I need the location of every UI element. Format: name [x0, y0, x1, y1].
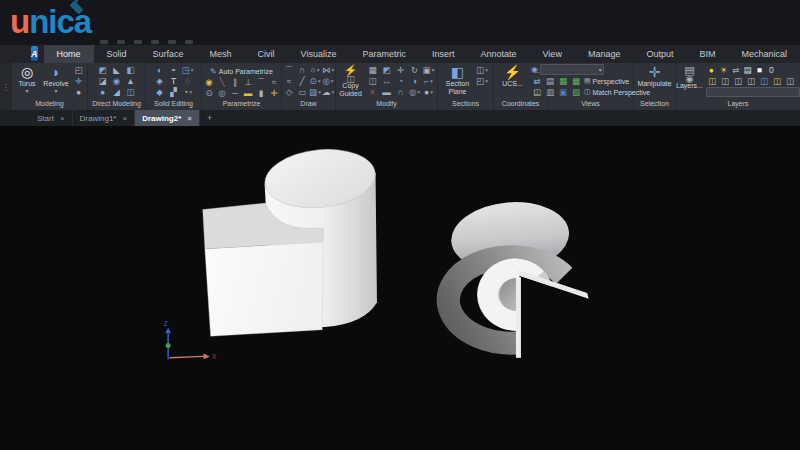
intersect-icon[interactable]: ◳▾ [181, 65, 194, 75]
layer-freeze2-icon[interactable]: ◫ [771, 76, 783, 86]
dropdown-arrow[interactable]: ▾ [432, 65, 435, 75]
close-tab-icon[interactable]: × [187, 114, 192, 123]
layer-state-icon[interactable]: ◫ [706, 76, 718, 86]
dropdown-arrow[interactable]: ▾ [25, 88, 28, 94]
dm-push-pull-icon[interactable]: ◩ [96, 65, 109, 75]
dropdown-arrow[interactable]: ▾ [485, 76, 488, 86]
erase-icon[interactable]: × [366, 87, 379, 97]
tab-solid[interactable]: Solid [94, 45, 140, 63]
dm-sphere-icon[interactable]: ● [96, 87, 109, 97]
fillet-edge-icon[interactable]: ◔▾ [181, 87, 194, 97]
move-icon[interactable]: ✛ [394, 65, 407, 75]
center-circle-icon[interactable]: ⊙▾ [309, 76, 321, 86]
auto-constrain-icon[interactable]: ◉ [203, 77, 215, 87]
revolve-button[interactable]: ◗ Revolve ▾ [43, 65, 69, 94]
quick-access-toolbar[interactable] [100, 40, 193, 44]
layer-plot-icon[interactable]: ▤ [742, 65, 753, 75]
rotate-icon[interactable]: ↻ [408, 65, 421, 75]
join-icon[interactable]: ●▾ [422, 87, 435, 97]
ucs-button[interactable]: ⚡ UCS... [498, 65, 528, 88]
tab-mechanical[interactable]: Mechanical [728, 45, 800, 63]
horizontal-constraint-icon[interactable]: ▬ [242, 88, 254, 98]
qat-icon[interactable] [185, 40, 193, 44]
auto-parametrize-button[interactable]: ✎ Auto Parametrize [210, 67, 273, 76]
panel-label-views[interactable]: Views [548, 99, 633, 110]
dropdown-arrow[interactable]: ▾ [331, 65, 334, 75]
concentric-constraint-icon[interactable]: ◎ [216, 88, 228, 98]
tab-output[interactable]: Output [633, 45, 686, 63]
dm-fillet-icon[interactable]: ◣ [110, 65, 123, 75]
separate-icon[interactable]: ◆ [153, 87, 166, 97]
dropdown-arrow[interactable]: ▾ [331, 87, 334, 97]
section-plane-button[interactable]: ◧ Section Plane [443, 65, 473, 96]
imprint-text-icon[interactable]: T [167, 76, 180, 86]
tab-parametric[interactable]: Parametric [349, 45, 419, 63]
panel-label-modify[interactable]: Modify [336, 99, 437, 110]
current-layer-name[interactable]: 0 [766, 65, 777, 75]
copy-icon[interactable]: ◫ [366, 76, 379, 86]
polysolid-icon[interactable]: ◰ [72, 65, 85, 75]
collinear-constraint-icon[interactable]: ─ [229, 88, 241, 98]
vertical-constraint-icon[interactable]: ▮ [255, 88, 267, 98]
layer-walk-icon[interactable]: ◫ [719, 76, 731, 86]
layer-filter-dropdown[interactable] [706, 87, 800, 97]
layer-freeze-icon[interactable]: ☀ [718, 65, 729, 75]
stretch-icon[interactable]: ↔ [380, 76, 393, 86]
arc-icon[interactable]: ⌒ [283, 65, 295, 75]
new-drawing-tab-button[interactable]: + [200, 110, 219, 126]
tab-manage[interactable]: Manage [575, 45, 634, 63]
camera-swap-icon[interactable]: ⇄ [531, 76, 543, 86]
dropdown-arrow[interactable]: ▾ [430, 76, 433, 86]
hatch-icon[interactable]: ▨▾ [309, 87, 321, 97]
tab-mesh[interactable]: Mesh [197, 45, 245, 63]
subtract-icon[interactable]: ◓ [167, 65, 180, 75]
break-icon[interactable]: ◎▾ [408, 87, 421, 97]
panel-label-coordinates[interactable]: Coordinates [494, 99, 547, 110]
tangent-constraint-icon[interactable]: ⌒ [255, 77, 267, 87]
union-icon[interactable]: ◐ [153, 65, 166, 75]
tab-insert[interactable]: Insert [419, 45, 468, 63]
dropdown-arrow[interactable]: ▾ [54, 88, 57, 94]
tab-annotate[interactable]: Annotate [468, 45, 530, 63]
dropdown-arrow[interactable]: ▾ [417, 87, 420, 97]
qat-icon[interactable] [100, 40, 108, 44]
panel-label-solid-editing[interactable]: Solid Editing [146, 99, 201, 110]
layer-off-icon[interactable]: ◫ [784, 76, 796, 86]
union-solid[interactable] [203, 144, 379, 336]
shell-icon[interactable]: ◌ [181, 76, 194, 86]
dropdown-arrow[interactable]: ▾ [318, 76, 321, 86]
named-view-icon[interactable]: ▩ [570, 76, 582, 86]
dropdown-arrow[interactable]: ▾ [318, 87, 321, 97]
dm-cylinder-icon[interactable]: ◉ [110, 76, 123, 86]
panel-label-draw[interactable]: Draw [282, 99, 335, 110]
dm-wedge-icon[interactable]: ◢ [110, 87, 123, 97]
trim-icon[interactable]: ▬ [380, 87, 393, 97]
sheet-icon[interactable]: ▤ [544, 76, 556, 86]
gizmo-icon[interactable]: ✛ [72, 76, 85, 86]
3d-move-icon[interactable]: ◩ [380, 65, 393, 75]
qat-icon[interactable] [168, 40, 176, 44]
panel-label-parametrize[interactable]: Parametrize [202, 99, 281, 110]
qat-icon[interactable] [151, 40, 159, 44]
visual-style-eye-icon[interactable]: ◉ [531, 65, 538, 74]
ribbon-drag-handle[interactable]: ⋮ [0, 63, 12, 110]
revcloud-icon[interactable]: ☁▾ [322, 87, 334, 97]
box-front-face[interactable] [205, 242, 323, 336]
model-viewport[interactable]: Z X [0, 126, 800, 450]
array-icon[interactable]: ▦ [366, 65, 379, 75]
application-menu-button[interactable]: A [31, 46, 38, 61]
grid-view-icon[interactable]: ▥ [544, 87, 556, 97]
perspective-toggle[interactable]: Perspective [593, 78, 630, 85]
extrude-faces-icon[interactable]: ◈ [153, 76, 166, 86]
drawing-tab-drawing2[interactable]: Drawing2* × [135, 110, 200, 126]
dropdown-arrow[interactable]: ▾ [189, 87, 192, 97]
panel-label-modeling[interactable]: Modeling [12, 99, 87, 110]
layer-transfer-icon[interactable]: ⇄ [730, 65, 741, 75]
panel-label-layers[interactable]: Layers [676, 99, 800, 110]
perpendicular-constraint-icon[interactable]: ⊥ [242, 77, 254, 87]
offset-icon[interactable]: ∩ [394, 87, 407, 97]
tab-home[interactable]: Home [44, 45, 94, 63]
align-icon[interactable]: ▣▾ [422, 65, 435, 75]
dropdown-arrow[interactable]: ▾ [191, 65, 194, 75]
layer-on-icon[interactable]: ● [706, 65, 717, 75]
